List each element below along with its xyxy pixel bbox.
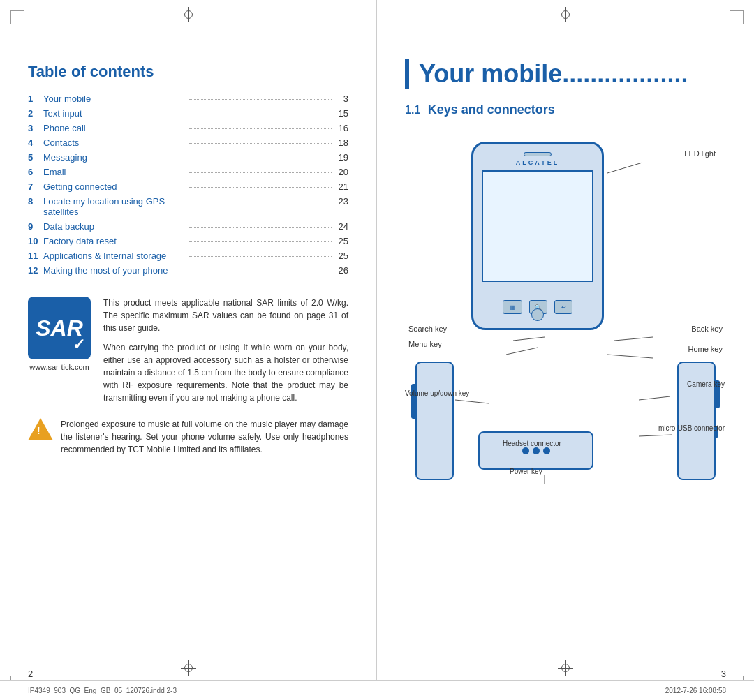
- toc-item-page: 20: [334, 167, 348, 177]
- svg-line-0: [607, 163, 642, 173]
- phone-brand-label: ALCATEL: [473, 159, 602, 166]
- toc-title: Table of contents: [28, 63, 348, 81]
- toc-item: 6 Email 20: [28, 167, 348, 177]
- toc-item-page: 24: [334, 221, 348, 232]
- toc-item: 4 Contacts 18: [28, 137, 348, 148]
- toc-item-num: 12: [28, 265, 43, 276]
- toc-item-num: 8: [28, 196, 43, 207]
- toc-item-page: 18: [334, 137, 348, 148]
- toc-dots: [189, 99, 332, 100]
- toc-item-text: Text input: [43, 108, 186, 119]
- toc-item: 9 Data backup 24: [28, 221, 348, 232]
- warning-icon-wrap: [28, 418, 52, 443]
- warning-text: Prolonged exposure to music at full volu…: [61, 418, 348, 456]
- toc-list: 1 Your mobile 3 2 Text input 15 3 Phone …: [28, 94, 348, 276]
- toc-item: 10 Factory data reset 25: [28, 236, 348, 246]
- sar-description: This product meets applicable national S…: [103, 297, 348, 404]
- toc-item: 3 Phone call 16: [28, 123, 348, 133]
- toc-item-num: 1: [28, 94, 43, 104]
- camera-key-label: Camera key: [687, 377, 725, 389]
- page-footer: IP4349_903_QG_Eng_GB_05_120726.indd 2-3 …: [0, 680, 754, 700]
- sar-desc-1: This product meets applicable national S…: [103, 297, 348, 334]
- toc-dots: [189, 202, 332, 202]
- toc-dots: [189, 227, 332, 228]
- corner-mark-tr: [730, 10, 744, 24]
- sar-section: SAR ✓ www.sar-tick.com This product meet…: [28, 297, 348, 404]
- phone-left-side: [415, 362, 454, 480]
- toc-item-num: 5: [28, 152, 43, 163]
- toc-dots: [189, 158, 332, 158]
- phone-screen: [482, 170, 593, 282]
- toc-item-num: 3: [28, 123, 43, 133]
- toc-item-text: Phone call: [43, 123, 186, 133]
- toc-item-text: Making the most of your phone: [43, 265, 186, 276]
- footer-left-text: IP4349_903_QG_Eng_GB_05_120726.indd 2-3: [28, 687, 177, 694]
- crosshair-top-left: [181, 7, 196, 22]
- toc-item-page: 25: [334, 251, 348, 261]
- toc-dots: [189, 187, 332, 188]
- toc-item: 5 Messaging 19: [28, 152, 348, 163]
- toc-item: 11 Applications & Internal storage 25: [28, 251, 348, 261]
- toc-item-text: Messaging: [43, 152, 186, 163]
- toc-dots: [189, 271, 332, 271]
- toc-item-num: 7: [28, 181, 43, 192]
- toc-item-num: 4: [28, 137, 43, 148]
- toc-item-num: 6: [28, 167, 43, 177]
- toc-item-text: Data backup: [43, 221, 186, 232]
- footer-right-text: 2012-7-26 16:08:58: [665, 687, 726, 694]
- left-page: Table of contents 1 Your mobile 3 2 Text…: [0, 0, 377, 700]
- sar-checkmark: ✓: [73, 336, 85, 354]
- toc-dots: [189, 114, 332, 114]
- section-header: 1.1 Keys and connectors: [405, 103, 726, 117]
- svg-line-1: [513, 337, 545, 341]
- right-title-area: Your mobile.................. 1.1 Keys a…: [405, 59, 726, 117]
- corner-mark-tl: [10, 10, 24, 24]
- toc-item-page: 16: [334, 123, 348, 133]
- toc-dots: [189, 241, 332, 242]
- phone-front-body: ALCATEL ▦ 🔍 ↩: [471, 142, 604, 330]
- sar-website: www.sar-tick.com: [28, 363, 91, 371]
- sar-desc-2: When carrying the product or using it wh…: [103, 341, 348, 404]
- toc-dots: [189, 172, 332, 173]
- home-key-label: Home key: [688, 342, 723, 355]
- toc-item-page: 26: [334, 265, 348, 276]
- toc-item-text: Email: [43, 167, 186, 177]
- sar-logo-box: SAR ✓: [28, 297, 91, 359]
- power-key-label: Power key: [510, 464, 542, 477]
- menu-key-label: Menu key: [408, 337, 442, 350]
- toc-item-page: 19: [334, 152, 348, 163]
- toc-item-text: Getting connected: [43, 181, 186, 192]
- toc-item-page: 21: [334, 181, 348, 192]
- toc-item-num: 9: [28, 221, 43, 232]
- volume-key-label: Volume up/down key: [405, 386, 469, 399]
- crosshair-bottom-right: [558, 660, 573, 676]
- toc-item-page: 15: [334, 108, 348, 119]
- sar-logo: SAR ✓ www.sar-tick.com: [28, 297, 91, 371]
- back-btn-shape: ↩: [554, 300, 572, 314]
- crosshair-bottom-left: [181, 660, 196, 676]
- svg-line-6: [639, 396, 670, 400]
- phone-diagram: ALCATEL ▦ 🔍 ↩ LED light Searc: [405, 124, 726, 487]
- warning-triangle-icon: [28, 418, 53, 440]
- toc-item-text: Contacts: [43, 137, 186, 148]
- page-main-title: Your mobile..................: [405, 59, 726, 89]
- toc-item: 12 Making the most of your phone 26: [28, 265, 348, 276]
- toc-dots: [189, 143, 332, 144]
- led-light-label: LED light: [684, 147, 716, 159]
- svg-line-5: [455, 400, 489, 403]
- search-key-label: Search key: [408, 322, 447, 334]
- home-btn-shape: [531, 308, 544, 321]
- toc-item-text: Your mobile: [43, 94, 186, 104]
- svg-line-3: [614, 337, 653, 341]
- toc-dots: [189, 128, 332, 129]
- warning-section: Prolonged exposure to music at full volu…: [28, 418, 348, 456]
- toc-item-page: 23: [334, 196, 348, 207]
- headset-label: Headset connector: [503, 436, 561, 449]
- toc-item-text: Applications & Internal storage: [43, 251, 186, 261]
- page-number-right: 3: [721, 669, 726, 679]
- section-title: Keys and connectors: [428, 103, 555, 117]
- toc-item-page: 3: [334, 94, 348, 104]
- right-page: Your mobile.................. 1.1 Keys a…: [377, 0, 754, 700]
- toc-item-num: 10: [28, 236, 43, 246]
- toc-item-num: 11: [28, 251, 43, 261]
